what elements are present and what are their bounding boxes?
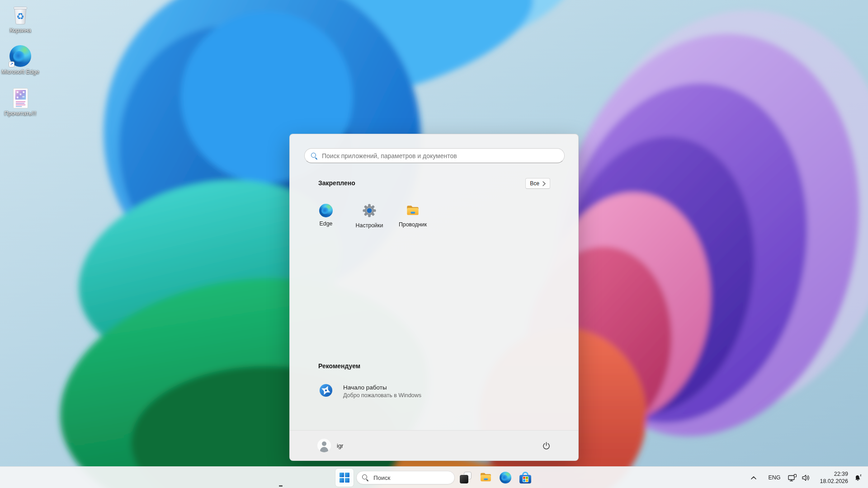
recommended-section-title: Рекомендуем [318,362,360,370]
user-profile-button[interactable]: igr [317,431,343,460]
desktop: ♻ Корзина ↗ Microsoft Edge [0,0,868,488]
taskbar-center-group: Поиск [335,469,534,487]
language-indicator[interactable]: ENG [766,469,783,487]
username: igr [337,442,343,449]
recommended-item-get-started[interactable]: Начало работы Добро пожаловать в Windows [304,377,565,405]
recommended-item-title: Начало работы [343,384,421,391]
edge-icon [500,472,511,483]
user-avatar [317,439,331,452]
search-icon [362,474,369,481]
tray-time: 22:39 [816,470,848,478]
chevron-right-icon [542,181,546,186]
desktop-icon-label: Microsoft Edge [1,69,39,75]
volume-button[interactable] [800,469,812,487]
taskbar-app-icons [457,469,534,487]
desktop-icon-readme[interactable]: Прочитать!!! [0,86,41,127]
readme-document-icon [13,86,28,108]
edge-button[interactable] [496,469,514,487]
taskbar-search[interactable]: Поиск [356,471,455,484]
desktop-icon-label: Корзина [9,27,31,34]
desktop-icon-microsoft-edge[interactable]: ↗ Microsoft Edge [0,44,41,86]
settings-gear-icon [363,204,376,219]
taskbar: Поиск [0,466,868,488]
pinned-apps-grid: Edge [304,200,565,240]
svg-text:♻: ♻ [16,11,24,21]
system-tray: ENG 22:39 18.0 [747,467,868,488]
network-button[interactable] [786,469,798,487]
file-explorer-icon [480,471,492,484]
desktop-icon-label: Прочитать!!! [4,110,36,117]
recycle-bin-icon: ♻ [11,3,29,25]
bell-dnd-icon: z [854,474,862,482]
taskbar-clock[interactable]: 22:39 18.02.2026 [816,470,848,485]
edge-icon [319,204,333,217]
shortcut-arrow-icon: ↗ [9,61,14,67]
notifications-button[interactable]: z [852,469,864,487]
power-button[interactable] [538,437,554,454]
microsoft-store-button[interactable] [516,469,534,487]
speaker-icon [802,474,810,481]
task-view-icon [460,472,472,483]
svg-text:z: z [860,474,862,477]
pinned-all-button[interactable]: Все [525,178,550,189]
microsoft-store-icon [519,472,531,483]
desktop-icon-recycle-bin[interactable]: ♻ Корзина [0,3,41,44]
desktop-icon-list: ♻ Корзина ↗ Microsoft Edge [0,3,41,127]
start-menu-footer: igr [290,430,578,460]
chevron-up-icon [751,476,756,479]
bottom-edge-artifact [279,485,283,487]
pinned-section-title: Закреплено [318,179,355,187]
start-button[interactable] [335,469,354,487]
hidden-icons-button[interactable] [747,469,760,487]
edge-icon: ↗ [9,44,31,67]
get-started-icon [319,384,333,399]
recommended-item-subtitle: Добро пожаловать в Windows [343,392,421,399]
task-view-button[interactable] [457,469,475,487]
pinned-app-explorer[interactable]: Проводник [391,200,434,239]
ethernet-icon [788,474,797,482]
pinned-app-settings[interactable]: Настройки [348,200,391,239]
windows-logo-icon [340,473,349,483]
all-button-label: Все [530,180,539,187]
recommended-item-text: Начало работы Добро пожаловать в Windows [343,384,421,399]
tray-date: 18.02.2026 [816,478,848,485]
folder-icon [406,204,420,218]
start-search-input[interactable] [322,152,558,160]
start-menu: Закреплено Все Edge [289,134,579,461]
file-explorer-button[interactable] [476,469,495,487]
search-icon [311,153,317,159]
pinned-app-edge[interactable]: Edge [304,200,348,239]
power-icon [542,441,551,450]
start-menu-search-box [304,148,565,163]
